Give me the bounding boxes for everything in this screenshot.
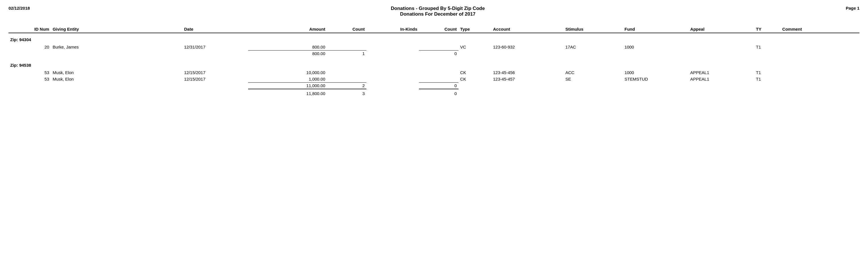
page-date: 02/12/2018 bbox=[8, 6, 30, 10]
cell-entity: Musk, Elon bbox=[51, 76, 183, 83]
page-subtitle: Donations For December of 2017 bbox=[391, 11, 485, 17]
subtotal-inkinds bbox=[366, 83, 419, 89]
subtotal-count: 2 bbox=[327, 83, 367, 89]
cell-date: 12/15/2017 bbox=[183, 76, 248, 83]
cell-amount: 10,000.00 bbox=[248, 69, 327, 76]
column-headers: ID Num Giving Entity Date Amount Count I… bbox=[8, 26, 860, 33]
col-header-stimulus: Stimulus bbox=[564, 26, 623, 33]
page-title-block: Donations - Grouped By 5-Digit Zip Code … bbox=[391, 6, 485, 17]
zip-label: Zip: 94304 bbox=[8, 33, 860, 44]
zip-label: Zip: 94538 bbox=[8, 59, 860, 69]
cell-amount: 1,000.00 bbox=[248, 76, 327, 83]
grand-total-amount: 11,800.00 bbox=[248, 90, 327, 97]
col-header-inkinds: In-Kinds bbox=[366, 26, 419, 33]
col-header-date: Date bbox=[183, 26, 248, 33]
zip-subtotal-row: 11,000.00 2 0 bbox=[8, 83, 860, 89]
subtotal-rest bbox=[459, 83, 860, 89]
cell-appeal bbox=[689, 44, 754, 50]
col-header-comment: Comment bbox=[780, 26, 860, 33]
col-header-appeal: Appeal bbox=[689, 26, 754, 33]
subtotal-rest bbox=[459, 50, 860, 57]
subtotal-spacer bbox=[8, 50, 248, 57]
cell-comment bbox=[780, 76, 860, 83]
cell-count bbox=[327, 76, 367, 83]
subtotal-amount: 11,000.00 bbox=[248, 83, 327, 89]
page-title: Donations - Grouped By 5-Digit Zip Code bbox=[391, 6, 485, 11]
cell-appeal: APPEAL1 bbox=[689, 76, 754, 83]
grand-total-spacer bbox=[8, 90, 248, 97]
grand-total-rest bbox=[459, 90, 860, 97]
cell-idnum: 53 bbox=[8, 69, 51, 76]
subtotal-spacer bbox=[8, 83, 248, 89]
grand-total-row: 11,800.00 3 0 bbox=[8, 90, 860, 97]
cell-type: CK bbox=[459, 69, 491, 76]
col-header-fund: Fund bbox=[623, 26, 688, 33]
cell-account: 123-45-457 bbox=[491, 76, 564, 83]
cell-account: 123-60-932 bbox=[491, 44, 564, 50]
col-header-account: Account bbox=[491, 26, 564, 33]
col-header-ty: TY bbox=[754, 26, 781, 33]
cell-count2 bbox=[419, 44, 459, 50]
cell-fund: 1000 bbox=[623, 44, 688, 50]
cell-amount: 800.00 bbox=[248, 44, 327, 50]
zip-header-row: Zip: 94304 bbox=[8, 33, 860, 44]
col-header-amount: Amount bbox=[248, 26, 327, 33]
cell-stimulus: ACC bbox=[564, 69, 623, 76]
cell-comment bbox=[780, 69, 860, 76]
cell-count bbox=[327, 44, 367, 50]
cell-type: CK bbox=[459, 76, 491, 83]
cell-inkinds bbox=[366, 76, 419, 83]
table-row: 53 Musk, Elon 12/15/2017 1,000.00 CK 123… bbox=[8, 76, 860, 83]
grand-total-count: 3 bbox=[327, 90, 367, 97]
page-number: Page 1 bbox=[846, 6, 860, 10]
grand-total-inkinds bbox=[366, 90, 419, 97]
cell-fund: 1000 bbox=[623, 69, 688, 76]
subtotal-count2: 0 bbox=[419, 83, 459, 89]
spacer-row bbox=[8, 57, 860, 59]
subtotal-amount: 800.00 bbox=[248, 50, 327, 57]
table-row: 53 Musk, Elon 12/15/2017 10,000.00 CK 12… bbox=[8, 69, 860, 76]
subtotal-count2: 0 bbox=[419, 50, 459, 57]
table-row: 20 Burke, James 12/31/2017 800.00 VC 123… bbox=[8, 44, 860, 50]
col-header-entity: Giving Entity bbox=[51, 26, 183, 33]
cell-entity: Burke, James bbox=[51, 44, 183, 50]
cell-account: 123-45-456 bbox=[491, 69, 564, 76]
cell-stimulus: 17AC bbox=[564, 44, 623, 50]
col-header-count: Count bbox=[327, 26, 367, 33]
zip-subtotal-row: 800.00 1 0 bbox=[8, 50, 860, 57]
page-header: 02/12/2018 Donations - Grouped By 5-Digi… bbox=[8, 6, 860, 17]
cell-entity: Musk, Elon bbox=[51, 69, 183, 76]
cell-fund: STEMSTUD bbox=[623, 76, 688, 83]
cell-count2 bbox=[419, 76, 459, 83]
cell-ty: T1 bbox=[754, 44, 781, 50]
cell-appeal: APPEAL1 bbox=[689, 69, 754, 76]
cell-inkinds bbox=[366, 44, 419, 50]
cell-ty: T1 bbox=[754, 69, 781, 76]
cell-idnum: 53 bbox=[8, 76, 51, 83]
cell-idnum: 20 bbox=[8, 44, 51, 50]
cell-comment bbox=[780, 44, 860, 50]
subtotal-count: 1 bbox=[327, 50, 367, 57]
cell-type: VC bbox=[459, 44, 491, 50]
cell-count bbox=[327, 69, 367, 76]
cell-ty: T1 bbox=[754, 76, 781, 83]
col-header-type: Type bbox=[459, 26, 491, 33]
grand-total-count2: 0 bbox=[419, 90, 459, 97]
cell-inkinds bbox=[366, 69, 419, 76]
col-header-idnum: ID Num bbox=[8, 26, 51, 33]
report-table: ID Num Giving Entity Date Amount Count I… bbox=[8, 26, 860, 97]
cell-count2 bbox=[419, 69, 459, 76]
cell-date: 12/31/2017 bbox=[183, 44, 248, 50]
cell-stimulus: SE bbox=[564, 76, 623, 83]
col-header-count2: Count bbox=[419, 26, 459, 33]
cell-date: 12/15/2017 bbox=[183, 69, 248, 76]
subtotal-inkinds bbox=[366, 50, 419, 57]
zip-header-row: Zip: 94538 bbox=[8, 59, 860, 69]
